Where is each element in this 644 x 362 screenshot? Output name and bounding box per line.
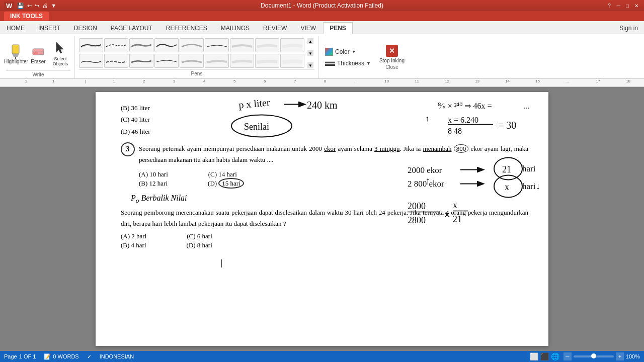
pens-scroll-down[interactable]: ▼: [307, 50, 313, 56]
pen-swatch-4[interactable]: [154, 38, 179, 52]
q3-opt-a: (A) 10 hari: [139, 170, 168, 178]
web-layout-btn[interactable]: 🌐: [551, 352, 559, 360]
q3-options-row1: (A) 10 hari (C) 14 hari: [139, 170, 528, 178]
tab-design[interactable]: DESIGN: [67, 22, 104, 34]
pens-scroll-up[interactable]: ▲: [307, 38, 313, 44]
sign-in-link[interactable]: Sign in: [613, 23, 644, 34]
print-layout-btn[interactable]: ⬜: [530, 352, 538, 360]
help-icon[interactable]: ?: [606, 2, 613, 9]
thickness-label: Thickness: [337, 60, 364, 67]
svg-marker-6: [56, 42, 63, 53]
thickness-icon: [325, 60, 335, 66]
word-count-icon: 📝: [44, 353, 51, 360]
q4-opt-b: (B) 4 hari: [121, 241, 146, 249]
zoom-controls: ─ + 100%: [564, 352, 640, 360]
customize-icon[interactable]: ▼: [51, 3, 56, 9]
q3-opt-b: (B) 12 hari: [139, 179, 168, 188]
stop-inking-label: Stop Inking: [379, 58, 405, 63]
status-bar: Page 1 OF 1 📝 0 WORDS ✓ INDONESIAN ⬜ ⬛ 🌐…: [0, 351, 644, 362]
zoom-slider[interactable]: [574, 355, 614, 357]
pen-swatch-14[interactable]: [180, 54, 204, 68]
write-tools: Highlighter Eraser Select Obje: [6, 36, 70, 70]
page-label: Page: [4, 353, 17, 359]
eraser-icon: [31, 43, 45, 59]
save-icon[interactable]: 💾: [17, 3, 24, 9]
q4-opt-c: (C) 6 hari: [187, 232, 212, 240]
q3-options: (A) 10 hari (C) 14 hari (B) 12 hari (D) …: [139, 170, 528, 188]
zoom-in-button[interactable]: +: [616, 352, 624, 360]
option-b-36: (B) 36 liter: [121, 102, 528, 114]
close-icon[interactable]: ✕: [633, 2, 640, 9]
thickness-dropdown-icon[interactable]: ▼: [366, 61, 371, 66]
pen-swatch-11[interactable]: [104, 54, 128, 68]
color-button[interactable]: Color ▼: [323, 47, 373, 57]
pen-swatch-7[interactable]: [230, 38, 254, 52]
pens-palette: [79, 38, 304, 68]
pen-swatch-17[interactable]: [255, 54, 279, 68]
document-area: (B) 36 liter (C) 40 liter (D) 46 liter 3…: [0, 87, 644, 351]
pen-swatch-12[interactable]: [129, 54, 153, 68]
question-4-container: Seorang pemborong merencanakan suatu pek…: [121, 207, 528, 249]
highlighter-button[interactable]: Highlighter: [6, 37, 26, 69]
option-d-46: (D) 46 liter: [121, 126, 528, 137]
pen-swatch-3[interactable]: [129, 38, 153, 52]
pen-swatch-10[interactable]: [79, 54, 103, 68]
select-objects-icon: [53, 40, 67, 56]
title-bar: W 💾 ↩ ↪ 🖨 ▼ Document1 - Word (Product Ac…: [0, 0, 644, 11]
ink-tools-label: INK TOOLS: [4, 12, 49, 21]
tab-home[interactable]: HOME: [0, 22, 31, 34]
pen-swatch-18[interactable]: [280, 54, 304, 68]
select-objects-button[interactable]: Select Objects: [50, 37, 70, 69]
highlighter-icon: [9, 43, 23, 59]
q4-text: Seorang pemborong merencanakan suatu pek…: [121, 207, 528, 229]
text-cursor: [221, 259, 222, 267]
q4-opt-a: (A) 2 hari: [121, 232, 146, 240]
eraser-button[interactable]: Eraser: [28, 37, 48, 69]
tab-pens[interactable]: PENS: [323, 22, 353, 34]
pen-swatch-13[interactable]: [154, 54, 179, 68]
close-label: Close: [385, 64, 398, 70]
color-thickness-col: Color ▼ Thickness ▼: [323, 38, 373, 76]
pen-swatch-1[interactable]: [79, 38, 103, 52]
pen-swatch-16[interactable]: [230, 54, 254, 68]
maximize-icon[interactable]: □: [624, 2, 631, 9]
word-count: 📝 0 WORDS: [44, 353, 78, 360]
zoom-out-button[interactable]: ─: [564, 352, 572, 360]
color-swatch-icon: [325, 48, 333, 56]
q4-options-row1: (A) 2 hari (C) 6 hari: [121, 232, 528, 240]
tab-view[interactable]: VIEW: [294, 22, 323, 34]
word-count-value: 0 WORDS: [53, 353, 78, 359]
ruler: 2 1 | 1 2 3 4 5 6 7 8 ... 10 11 12 13 14…: [0, 79, 644, 87]
pen-swatch-9[interactable]: [280, 38, 304, 52]
q3-options-row2: (B) 12 hari (D) 15 hari: [139, 179, 528, 188]
thickness-button[interactable]: Thickness ▼: [323, 59, 373, 68]
pen-swatch-6[interactable]: [205, 38, 229, 52]
q3-text: Seorang peternak ayam mempunyai persedia…: [139, 143, 528, 165]
spelling-check[interactable]: ✓: [87, 353, 92, 360]
color-dropdown-icon[interactable]: ▼: [352, 49, 356, 54]
full-screen-btn[interactable]: ⬛: [540, 352, 549, 360]
tab-mailings[interactable]: MAILINGS: [214, 22, 256, 34]
pen-swatch-2[interactable]: [104, 38, 128, 52]
minimize-icon[interactable]: ─: [615, 2, 622, 9]
q3-number-circle: 3: [121, 142, 135, 156]
undo-icon[interactable]: ↩: [27, 3, 32, 9]
svg-marker-1: [12, 54, 19, 57]
tab-references[interactable]: REFERENCES: [159, 22, 214, 34]
pen-swatch-15[interactable]: [205, 54, 229, 68]
zoom-level: 100%: [626, 353, 640, 359]
pens-expand[interactable]: ▼: [307, 62, 313, 68]
redo-icon[interactable]: ↪: [35, 3, 39, 9]
language-indicator[interactable]: INDONESIAN: [100, 353, 134, 359]
stop-inking-button[interactable]: ✕ Stop Inking Close: [377, 39, 407, 75]
language-value: INDONESIAN: [100, 353, 134, 359]
tab-review[interactable]: REVIEW: [257, 22, 293, 34]
tab-insert[interactable]: INSERT: [32, 22, 67, 34]
status-right: ⬜ ⬛ 🌐 ─ + 100%: [530, 352, 640, 360]
pen-swatch-5[interactable]: [180, 38, 204, 52]
tab-page-layout[interactable]: PAGE LAYOUT: [104, 22, 159, 34]
print-preview-icon[interactable]: 🖨: [42, 3, 48, 9]
pen-swatch-8[interactable]: [255, 38, 279, 52]
write-group-label: Write: [6, 70, 70, 78]
q4-options-row2: (B) 4 hari (D) 8 hari: [121, 241, 528, 249]
